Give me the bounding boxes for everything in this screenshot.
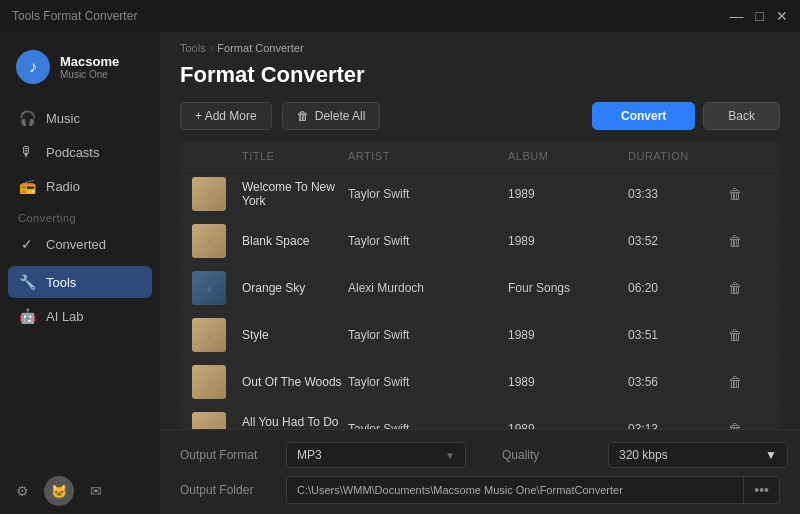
track-duration: 03:13 [628, 422, 728, 429]
app-name: Macsome [60, 54, 119, 69]
track-artist: Taylor Swift [348, 422, 508, 429]
sidebar-item-converted[interactable]: ✓ Converted [8, 228, 152, 260]
track-artist: Alexi Murdoch [348, 281, 508, 295]
page-title: Format Converter [160, 54, 800, 102]
track-thumb: ♪ [192, 177, 226, 211]
table-row: ♪ Blank Space Taylor Swift 1989 03:52 🗑 [180, 218, 780, 265]
sidebar-item-radio-label: Radio [46, 179, 80, 194]
table-row: ♪ Style Taylor Swift 1989 03:51 🗑 [180, 312, 780, 359]
track-duration: 06:20 [628, 281, 728, 295]
sidebar-sub-nav: ✓ Converted [0, 228, 160, 260]
window-controls: — □ ✕ [730, 9, 788, 23]
add-more-button[interactable]: + Add More [180, 102, 272, 130]
sidebar-nav: 🎧 Music 🎙 Podcasts 📻 Radio [0, 102, 160, 202]
col-thumb [192, 150, 242, 162]
app-sub: Music One [60, 69, 119, 80]
track-album: 1989 [508, 422, 628, 429]
delete-track-button[interactable]: 🗑 [728, 421, 768, 429]
chevron-down-icon: ▼ [765, 448, 777, 462]
sidebar-item-tools-label: Tools [46, 275, 76, 290]
track-name: Out Of The Woods [242, 375, 342, 389]
delete-track-button[interactable]: 🗑 [728, 186, 768, 202]
output-folder-label: Output Folder [180, 483, 270, 497]
track-thumb: ♪ [192, 365, 226, 399]
sidebar-item-podcasts-label: Podcasts [46, 145, 99, 160]
breadcrumb: Tools › Format Converter [160, 32, 800, 54]
quality-label: Quality [502, 448, 592, 462]
table-row: ♪ Welcome To New York Taylor Swift 1989 … [180, 171, 780, 218]
podcasts-icon: 🎙 [18, 144, 36, 160]
settings-icon[interactable]: ⚙ [8, 477, 36, 505]
track-artist: Taylor Swift [348, 328, 508, 342]
trash-icon: 🗑 [297, 109, 309, 123]
track-title-cell: Orange Sky [242, 281, 348, 295]
app-logo: ♪ Macsome Music One [0, 40, 160, 102]
radio-icon: 📻 [18, 178, 36, 194]
sidebar-item-ailab-label: AI Lab [46, 309, 84, 324]
sidebar-item-music[interactable]: 🎧 Music [8, 102, 152, 134]
back-button[interactable]: Back [703, 102, 780, 130]
sidebar-item-ailab[interactable]: 🤖 AI Lab [8, 300, 152, 332]
delete-track-button[interactable]: 🗑 [728, 280, 768, 296]
toolbar-right: Convert Back [592, 102, 780, 130]
toolbar: + Add More 🗑 Delete All Convert Back [160, 102, 800, 142]
col-album: ALBUM [508, 150, 628, 162]
title-bar: Tools Format Converter — □ ✕ [0, 0, 800, 32]
output-folder-row: Output Folder C:\Users\WMM\Documents\Mac… [180, 476, 780, 504]
track-artist: Taylor Swift [348, 375, 508, 389]
col-artist: ARTIST [348, 150, 508, 162]
sidebar-item-radio[interactable]: 📻 Radio [8, 170, 152, 202]
breadcrumb-tools: Tools [180, 42, 206, 54]
convert-button[interactable]: Convert [592, 102, 695, 130]
track-album: 1989 [508, 328, 628, 342]
title-bar-path: Tools Format Converter [12, 9, 137, 23]
chevron-down-icon: ▼ [445, 450, 455, 461]
track-title-cell: Out Of The Woods [242, 375, 348, 389]
folder-browse-button[interactable]: ••• [743, 477, 779, 503]
output-format-select[interactable]: MP3 ▼ [286, 442, 466, 468]
close-button[interactable]: ✕ [776, 9, 788, 23]
track-name: Orange Sky [242, 281, 305, 295]
output-format-value: MP3 [297, 448, 322, 462]
track-duration: 03:52 [628, 234, 728, 248]
col-duration: DURATION [628, 150, 728, 162]
output-format-row: Output Format MP3 ▼ Quality 320 kbps ▼ [180, 442, 780, 468]
track-album: 1989 [508, 187, 628, 201]
quality-value: 320 kbps [619, 448, 668, 462]
output-folder-path: C:\Users\WMM\Documents\Macsome Music One… [287, 479, 743, 501]
logo-text: Macsome Music One [60, 54, 119, 80]
output-format-label: Output Format [180, 448, 270, 462]
delete-all-button[interactable]: 🗑 Delete All [282, 102, 381, 130]
delete-track-button[interactable]: 🗑 [728, 374, 768, 390]
table-header: TITLE ARTIST ALBUM DURATION [180, 142, 780, 171]
col-title: TITLE [242, 150, 348, 162]
track-duration: 03:56 [628, 375, 728, 389]
track-album: 1989 [508, 375, 628, 389]
main-content: Tools › Format Converter Format Converte… [160, 32, 800, 514]
track-thumb: ♪ [192, 318, 226, 352]
maximize-button[interactable]: □ [756, 9, 764, 23]
sidebar-item-podcasts[interactable]: 🎙 Podcasts [8, 136, 152, 168]
breadcrumb-sep: › [210, 42, 214, 54]
track-thumb: ♪ [192, 271, 226, 305]
minimize-button[interactable]: — [730, 9, 744, 23]
track-duration: 03:33 [628, 187, 728, 201]
track-album: Four Songs [508, 281, 628, 295]
logo-icon: ♪ [16, 50, 50, 84]
table-row: ♪ Out Of The Woods Taylor Swift 1989 03:… [180, 359, 780, 406]
track-duration: 03:51 [628, 328, 728, 342]
delete-track-button[interactable]: 🗑 [728, 327, 768, 343]
track-title-cell: Blank Space [242, 234, 348, 248]
sidebar-tools-nav: 🔧 Tools 🤖 AI Lab [0, 266, 160, 332]
mail-icon[interactable]: ✉ [82, 477, 110, 505]
table-row: ♪ Orange Sky Alexi Murdoch Four Songs 06… [180, 265, 780, 312]
avatar[interactable]: 🐱 [44, 476, 74, 506]
footer: Output Format MP3 ▼ Quality 320 kbps ▼ O… [160, 429, 800, 514]
track-name: Welcome To New York [242, 180, 348, 208]
sidebar-item-tools[interactable]: 🔧 Tools [8, 266, 152, 298]
track-thumb: ♪ [192, 412, 226, 429]
quality-select[interactable]: 320 kbps ▼ [608, 442, 788, 468]
track-title-cell: All You Had To Do Was Stay [242, 415, 348, 429]
delete-track-button[interactable]: 🗑 [728, 233, 768, 249]
track-title-cell: Welcome To New York [242, 180, 348, 208]
